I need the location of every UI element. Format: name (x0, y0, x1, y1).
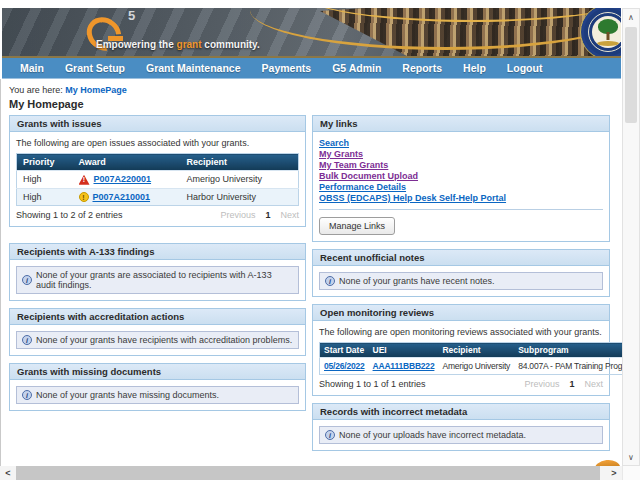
panel-open-monitoring-reviews: Open monitoring reviews The following ar… (312, 304, 610, 396)
vertical-scrollbar[interactable]: ∧ ∨ (622, 8, 640, 466)
start-date-cell: 05/26/2022 (320, 358, 369, 375)
info-message-text: None of your grants have recent notes. (339, 276, 495, 286)
panel-grants-with-issues: Grants with issues The following are ope… (9, 115, 306, 227)
info-message: i None of your grants have recent notes. (319, 272, 603, 290)
header-banner: f(G)N(z) 5 Empowering the grant communit… (2, 8, 621, 58)
panel-recent-unofficial-notes: Recent unofficial notes i None of your g… (312, 249, 610, 297)
panel-my-links-title: My links (313, 116, 609, 132)
award-link[interactable]: P007A220001 (94, 174, 152, 184)
horizontal-scrollbar[interactable]: < > (0, 466, 622, 480)
table-row: High !P007A220001 Amerigo University (17, 171, 299, 189)
nav-item-grant-setup[interactable]: Grant Setup (65, 62, 125, 74)
yellow-warning-circle-icon: ! (79, 192, 89, 202)
column-header-start-date: Start Date (320, 343, 369, 358)
link-my-team-grants[interactable]: My Team Grants (319, 160, 388, 171)
column-header-uei: UEI (369, 343, 439, 358)
panel-accreditation-actions-title: Recipients with accreditation actions (10, 309, 305, 325)
table-row: 05/26/2022 AAA111BBB222 Amerigo Universi… (320, 358, 640, 375)
pagination-next[interactable]: Next (280, 210, 299, 220)
info-message: i None of your uploads have incorrect me… (319, 426, 603, 444)
right-column: My links Search My Grants My Team Grants… (312, 115, 610, 458)
breadcrumb: You are here: My HomePage (9, 85, 127, 95)
horizontal-scrollbar-thumb[interactable] (16, 466, 600, 480)
scroll-down-arrow[interactable]: ∨ (623, 449, 639, 465)
g5-logo-g-ring (80, 10, 128, 58)
panel-accreditation-actions: Recipients with accreditation actions i … (9, 308, 306, 356)
award-cell: !P007A220001 (73, 171, 181, 189)
link-search[interactable]: Search (319, 138, 349, 149)
column-header-priority: Priority (17, 154, 73, 171)
panel-recent-unofficial-notes-title: Recent unofficial notes (313, 250, 609, 266)
info-icon: i (22, 335, 32, 345)
panel-incorrect-metadata: Records with incorrect metadata i None o… (312, 403, 610, 451)
showing-entries-text: Showing 1 to 2 of 2 entries (16, 210, 123, 220)
page-title: My Homepage (9, 98, 84, 110)
scrollbar-corner (622, 466, 640, 480)
priority-cell: High (17, 171, 73, 189)
link-my-grants[interactable]: My Grants (319, 149, 363, 160)
page-left-border (0, 79, 1, 466)
panel-open-monitoring-reviews-title: Open monitoring reviews (313, 305, 609, 321)
manage-links-button[interactable]: Manage Links (319, 217, 395, 235)
pagination-previous[interactable]: Previous (524, 379, 559, 389)
recipient-cell: Amerigo University (181, 171, 299, 189)
pagination-previous[interactable]: Previous (220, 210, 255, 220)
pagination-page-1[interactable]: 1 (265, 210, 270, 220)
nav-item-main[interactable]: Main (20, 62, 44, 74)
nav-item-help[interactable]: Help (463, 62, 486, 74)
nav-item-logout[interactable]: Logout (507, 62, 543, 74)
panel-my-links: My links Search My Grants My Team Grants… (312, 115, 610, 242)
showing-entries-text: Showing 1 to 1 of 1 entries (319, 379, 426, 389)
scroll-up-arrow[interactable]: ∧ (623, 9, 639, 25)
recipient-cell: Amerigo University (438, 358, 514, 375)
grants-with-issues-description: The following are open issues associated… (16, 138, 299, 148)
tagline: Empowering the grant community. (96, 39, 260, 50)
link-bulk-document-upload[interactable]: Bulk Document Upload (319, 171, 418, 182)
column-header-recipient: Recipient (181, 154, 299, 171)
panel-a133-findings: Recipients with A-133 findings i None of… (9, 243, 306, 301)
nav-item-reports[interactable]: Reports (402, 62, 442, 74)
start-date-link[interactable]: 05/26/2022 (324, 361, 365, 371)
panel-missing-documents-title: Grants with missing documents (10, 364, 305, 380)
g5-logo-five: 5 (128, 8, 135, 23)
recipient-cell: Harbor University (181, 188, 299, 206)
monitoring-reviews-description: The following are open monitoring review… (319, 327, 603, 337)
uei-link[interactable]: AAA111BBB222 (373, 361, 435, 371)
pagination: Previous 1 Next (220, 210, 299, 220)
link-performance-details[interactable]: Performance Details (319, 182, 406, 193)
g5-application-window: f(G)N(z) 5 Empowering the grant communit… (0, 0, 640, 480)
info-message: i None of your grants have recipients wi… (16, 331, 299, 349)
scroll-right-arrow[interactable]: > (606, 466, 622, 480)
nav-item-payments[interactable]: Payments (262, 62, 312, 74)
award-link[interactable]: P007A210001 (93, 192, 151, 202)
scroll-left-arrow[interactable]: < (0, 466, 16, 480)
priority-cell: High (17, 188, 73, 206)
info-message: i None of your grants are associated to … (16, 266, 299, 294)
info-message-text: None of your uploads have incorrect meta… (339, 430, 526, 440)
info-message: i None of your grants have missing docum… (16, 386, 299, 404)
breadcrumb-link-my-homepage[interactable]: My HomePage (65, 85, 127, 95)
pagination-page-1[interactable]: 1 (569, 379, 574, 389)
info-icon: i (22, 390, 32, 400)
column-header-recipient: Recipient (438, 343, 514, 358)
vertical-scrollbar-thumb[interactable] (625, 27, 637, 123)
info-message-text: None of your grants are associated to re… (36, 270, 293, 290)
award-cell: !P007A210001 (73, 188, 181, 206)
red-alert-triangle-icon: ! (79, 175, 90, 185)
uei-cell: AAA111BBB222 (369, 358, 439, 375)
panel-incorrect-metadata-title: Records with incorrect metadata (313, 404, 609, 420)
breadcrumb-prefix: You are here: (9, 85, 63, 95)
divider (319, 209, 603, 210)
nav-item-g5-admin[interactable]: G5 Admin (332, 62, 381, 74)
my-links-list: Search My Grants My Team Grants Bulk Doc… (319, 138, 603, 204)
info-icon: i (325, 276, 335, 286)
pagination-next[interactable]: Next (584, 379, 603, 389)
nav-item-grant-maintenance[interactable]: Grant Maintenance (146, 62, 241, 74)
info-icon: i (22, 275, 32, 285)
info-message-text: None of your grants have missing documen… (36, 390, 219, 400)
link-obss-help-desk[interactable]: OBSS (EDCAPS) Help Desk Self-Help Portal (319, 193, 506, 204)
panel-grants-with-issues-title: Grants with issues (10, 116, 305, 132)
info-message-text: None of your grants have recipients with… (36, 335, 292, 345)
column-header-award: Award (73, 154, 181, 171)
panel-a133-findings-title: Recipients with A-133 findings (10, 244, 305, 260)
